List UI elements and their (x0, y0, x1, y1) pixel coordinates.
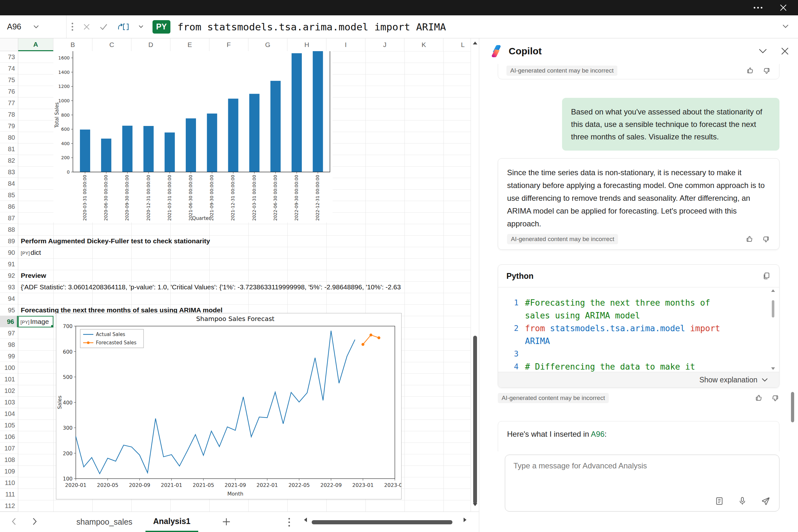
code-scroll-down-icon[interactable] (771, 367, 775, 370)
row-header-90[interactable]: 90 (0, 247, 18, 258)
row-header-108[interactable]: 108 (0, 454, 18, 466)
row-header-99[interactable]: 99 (0, 350, 18, 362)
row-header-87[interactable]: 87 (0, 212, 18, 224)
column-header-H[interactable]: H (287, 38, 326, 51)
row-header-92[interactable]: 92 (0, 270, 18, 281)
column-header-G[interactable]: G (248, 38, 287, 51)
row-header-77[interactable]: 77 (0, 97, 18, 109)
row-header-102[interactable]: 102 (0, 385, 18, 396)
enter-check-icon[interactable] (99, 23, 108, 31)
next-sheet-icon[interactable] (32, 517, 38, 527)
formula-input[interactable]: from statsmodels.tsa.arima.model import … (177, 21, 446, 33)
column-header-J[interactable]: J (365, 38, 404, 51)
sheet-tab-shampoo-sales[interactable]: shampoo_sales (69, 512, 140, 532)
row-header-106[interactable]: 106 (0, 431, 18, 442)
scroll-down-icon[interactable] (473, 503, 477, 506)
fill-handle[interactable] (51, 325, 53, 327)
horizontal-scroll-thumb[interactable] (312, 520, 452, 524)
thumbs-up-icon[interactable] (746, 66, 754, 75)
inserted-cell-link[interactable]: A96 (591, 430, 605, 438)
formula-bar-dots-icon[interactable] (72, 23, 73, 31)
row-header-89[interactable]: 89 (0, 235, 18, 247)
select-all-corner[interactable] (0, 38, 18, 51)
row-header-84[interactable]: 84 (0, 178, 18, 189)
column-header-D[interactable]: D (131, 38, 170, 51)
sheet-options-icon[interactable] (287, 517, 291, 528)
vertical-scrollbar[interactable] (471, 38, 479, 512)
code-scroll-thumb[interactable] (772, 300, 774, 318)
row-header-76[interactable]: 76 (0, 86, 18, 97)
row-header-73[interactable]: 73 (0, 51, 18, 63)
horizontal-scrollbar[interactable] (302, 512, 468, 532)
bar-chart-image[interactable]: 020040060080010001200140016002020-03-31 … (53, 51, 332, 223)
send-icon[interactable] (761, 496, 771, 506)
row-header-91[interactable]: 91 (0, 258, 18, 270)
thumbs-down-icon[interactable] (762, 235, 770, 243)
column-header-F[interactable]: F (209, 38, 248, 51)
chevron-down-icon[interactable] (138, 25, 144, 28)
copy-code-icon[interactable] (762, 271, 771, 280)
scroll-right-icon[interactable] (463, 518, 467, 522)
row-header-101[interactable]: 101 (0, 374, 18, 385)
python-object-icon[interactable] (117, 22, 130, 32)
row-header-82[interactable]: 82 (0, 155, 18, 166)
row-header-74[interactable]: 74 (0, 63, 18, 74)
cell-a92[interactable]: Preview (21, 270, 46, 281)
row-header-83[interactable]: 83 (0, 166, 18, 178)
prompt-guide-icon[interactable] (715, 496, 724, 506)
cell-a89[interactable]: Perform Augmented Dickey-Fuller test to … (21, 235, 210, 247)
thumbs-down-icon[interactable] (762, 66, 771, 75)
column-header-L[interactable]: L (443, 38, 471, 51)
row-header-86[interactable]: 86 (0, 201, 18, 212)
microphone-icon[interactable] (738, 496, 747, 506)
thumbs-up-icon[interactable] (755, 394, 763, 402)
row-header-103[interactable]: 103 (0, 396, 18, 408)
column-header-E[interactable]: E (170, 38, 209, 51)
vertical-scroll-thumb[interactable] (473, 336, 477, 504)
column-header-A[interactable]: A (18, 38, 53, 51)
row-header-112[interactable]: 112 (0, 500, 18, 512)
row-header-98[interactable]: 98 (0, 339, 18, 350)
row-header-93[interactable]: 93 (0, 281, 18, 293)
row-header-94[interactable]: 94 (0, 293, 18, 304)
cell-a93[interactable]: {'ADF Statistic': 3.06014208364118, 'p-v… (21, 281, 401, 293)
row-header-107[interactable]: 107 (0, 442, 18, 454)
column-header-K[interactable]: K (404, 38, 443, 51)
grid-body[interactable]: 020040060080010001200140016002020-03-31 … (18, 51, 471, 512)
cell-a90[interactable]: [PY]dict (21, 247, 41, 259)
row-header-79[interactable]: 79 (0, 120, 18, 132)
collapse-panel-icon[interactable] (758, 48, 767, 54)
message-input-box[interactable] (505, 455, 779, 512)
column-header-I[interactable]: I (326, 38, 365, 51)
row-header-88[interactable]: 88 (0, 224, 18, 235)
row-header-78[interactable]: 78 (0, 109, 18, 120)
code-scrollbar[interactable] (770, 289, 777, 370)
row-header-105[interactable]: 105 (0, 419, 18, 431)
thumbs-down-icon[interactable] (771, 394, 779, 402)
code-scroll-up-icon[interactable] (771, 289, 775, 292)
cancel-icon[interactable] (83, 23, 91, 31)
add-sheet-icon[interactable] (221, 517, 231, 528)
thumbs-up-icon[interactable] (745, 235, 754, 243)
show-explanation-button[interactable]: Show explanation (498, 372, 779, 387)
row-header-110[interactable]: 110 (0, 477, 18, 489)
scroll-up-icon[interactable] (473, 41, 477, 44)
scroll-left-icon[interactable] (304, 518, 307, 522)
row-header-97[interactable]: 97 (0, 327, 18, 339)
row-header-104[interactable]: 104 (0, 408, 18, 419)
name-box[interactable]: A96 (0, 15, 66, 38)
expand-formula-bar-icon[interactable] (782, 24, 798, 30)
row-header-80[interactable]: 80 (0, 132, 18, 143)
row-header-109[interactable]: 109 (0, 466, 18, 477)
row-header-85[interactable]: 85 (0, 189, 18, 201)
line-chart-image[interactable]: 1002003004005006007002020-012020-052020-… (56, 313, 402, 499)
row-header-100[interactable]: 100 (0, 362, 18, 374)
sheet-tab-analysis1[interactable]: Analysis1 (146, 512, 198, 532)
close-panel-icon[interactable] (781, 47, 789, 55)
row-header-96[interactable]: 96 (0, 316, 18, 327)
panel-scroll-thumb[interactable] (791, 392, 794, 422)
row-header-75[interactable]: 75 (0, 74, 18, 86)
more-options-icon[interactable] (753, 6, 763, 9)
row-header-111[interactable]: 111 (0, 489, 18, 500)
column-header-B[interactable]: B (53, 38, 92, 51)
